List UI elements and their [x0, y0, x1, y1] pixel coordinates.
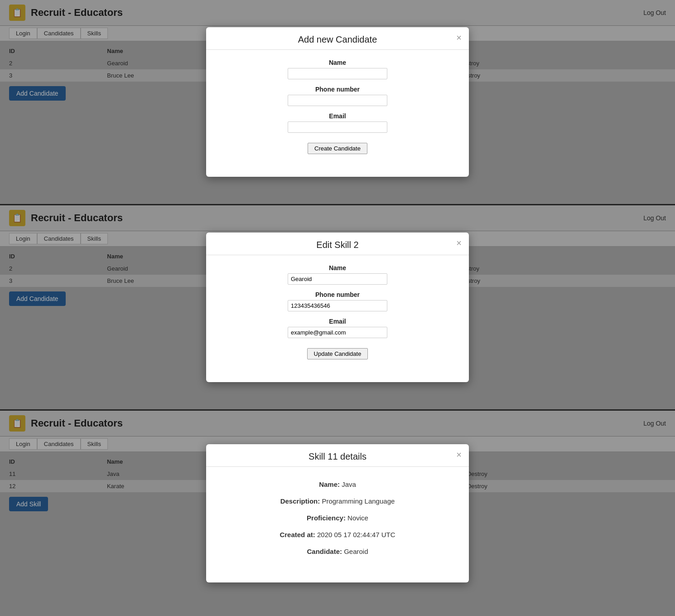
- phone-input[interactable]: [288, 95, 387, 106]
- email-field-group-2: Email: [224, 318, 451, 338]
- detail-candidate: Candidate: Gearoid: [307, 548, 368, 555]
- modal-close-1[interactable]: ×: [456, 33, 462, 43]
- modal-title-2: Edit Skill 2: [316, 240, 358, 250]
- modal-body-2: Name Phone number Email Update Candidate: [206, 255, 469, 369]
- detail-created-value: 2020 05 17 02:44:47 UTC: [317, 531, 395, 538]
- add-candidate-modal: Add new Candidate × Name Phone number Em…: [206, 27, 469, 177]
- email-input-2[interactable]: [288, 327, 387, 338]
- email-label: Email: [329, 112, 346, 120]
- modal-header-2: Edit Skill 2 ×: [206, 233, 469, 255]
- modal-title-3: Skill 11 details: [309, 451, 366, 462]
- phone-field-group-2: Phone number: [224, 291, 451, 311]
- phone-label-2: Phone number: [315, 291, 360, 298]
- detail-proficiency-label: Proficiency:: [307, 514, 346, 522]
- modal-header-3: Skill 11 details ×: [206, 444, 469, 467]
- detail-proficiency: Proficiency: Novice: [307, 514, 368, 522]
- name-field-group-2: Name: [224, 264, 451, 285]
- detail-created-label: Created at:: [280, 531, 315, 538]
- phone-input-2[interactable]: [288, 300, 387, 311]
- modal-body-1: Name Phone number Email Create Candidate: [206, 50, 469, 163]
- detail-candidate-label: Candidate:: [307, 548, 342, 555]
- detail-candidate-value: Gearoid: [344, 548, 368, 555]
- detail-name-value: Java: [342, 480, 356, 488]
- panel-edit-skill: 📋 Recruit - Educators Log Out Login Cand…: [0, 205, 675, 411]
- name-field-group: Name: [224, 59, 451, 79]
- phone-field-group: Phone number: [224, 86, 451, 106]
- skill-details-modal: Skill 11 details × Name: Java Descriptio…: [206, 444, 469, 582]
- name-input-2[interactable]: [288, 273, 387, 285]
- create-candidate-button[interactable]: Create Candidate: [308, 143, 367, 154]
- modal-header-1: Add new Candidate ×: [206, 27, 469, 50]
- modal-overlay-2: Edit Skill 2 × Name Phone number Email U…: [0, 205, 675, 409]
- detail-description-label: Description:: [280, 497, 320, 505]
- update-candidate-button[interactable]: Update Candidate: [307, 348, 368, 359]
- detail-description: Description: Programming Language: [280, 497, 395, 505]
- email-field-group: Email: [224, 112, 451, 133]
- email-label-2: Email: [329, 318, 346, 325]
- phone-label: Phone number: [315, 86, 360, 93]
- name-input[interactable]: [288, 68, 387, 79]
- email-input[interactable]: [288, 121, 387, 133]
- detail-description-value: Programming Language: [322, 497, 395, 505]
- detail-created: Created at: 2020 05 17 02:44:47 UTC: [280, 531, 395, 538]
- detail-proficiency-value: Novice: [347, 514, 368, 522]
- edit-skill-modal: Edit Skill 2 × Name Phone number Email U…: [206, 233, 469, 382]
- name-label-2: Name: [329, 264, 346, 272]
- modal-overlay-1: Add new Candidate × Name Phone number Em…: [0, 0, 675, 204]
- panel-add-candidate: 📋 Recruit - Educators Log Out Login Cand…: [0, 0, 675, 205]
- detail-body: Name: Java Description: Programming Lang…: [206, 467, 469, 569]
- detail-name: Name: Java: [319, 480, 356, 488]
- panel-skill-details: 📋 Recruit - Educators Log Out Login Cand…: [0, 411, 675, 616]
- detail-name-label: Name:: [319, 480, 340, 488]
- modal-overlay-3: Skill 11 details × Name: Java Descriptio…: [0, 411, 675, 616]
- modal-title-1: Add new Candidate: [298, 34, 377, 45]
- modal-close-3[interactable]: ×: [456, 450, 462, 460]
- modal-close-2[interactable]: ×: [456, 238, 462, 248]
- name-label: Name: [329, 59, 346, 66]
